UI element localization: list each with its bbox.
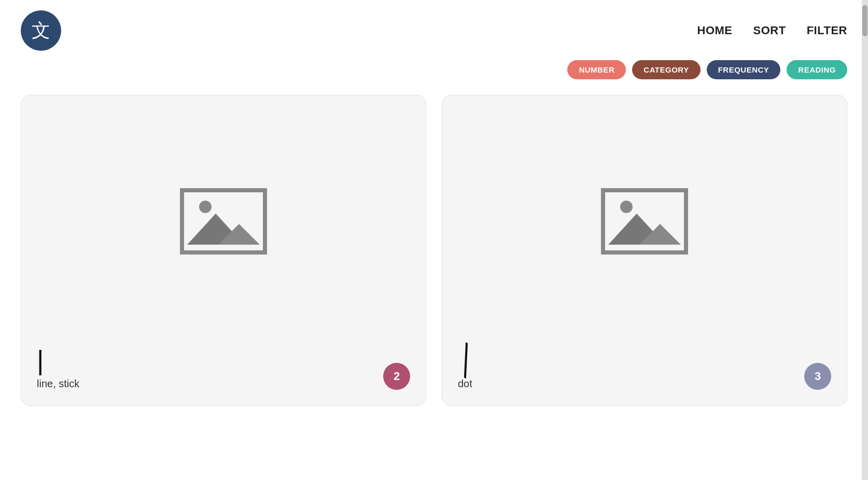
filter-reading-button[interactable]: READING <box>787 60 847 79</box>
filter-frequency-button[interactable]: FREQUENCY <box>707 60 781 79</box>
card-1-character: | <box>37 347 79 374</box>
filter-bar: NUMBER CATEGORY FREQUENCY READING <box>0 56 868 90</box>
card-2-number: 3 <box>815 370 821 383</box>
card-1-number: 2 <box>394 370 400 383</box>
svg-point-1 <box>199 201 212 213</box>
flashcard-1[interactable]: | line, stick 2 <box>21 95 426 406</box>
filter-nav-link[interactable]: FILTER <box>807 24 847 37</box>
scrollbar-track[interactable] <box>862 0 868 480</box>
card-1-image-area <box>37 111 410 331</box>
header: 文 HOME SORT FILTER <box>0 0 868 56</box>
card-1-text-section: | line, stick <box>37 347 79 390</box>
card-2-text-section: ╲ dot <box>458 347 474 390</box>
filter-number-button[interactable]: NUMBER <box>567 60 626 79</box>
card-1-image-placeholder <box>177 185 270 258</box>
card-2-image-area <box>458 111 831 331</box>
card-2-character: ╲ <box>452 345 480 376</box>
logo-button[interactable]: 文 <box>21 10 61 51</box>
scrollbar-thumb[interactable] <box>862 5 867 36</box>
home-nav-link[interactable]: HOME <box>697 24 733 37</box>
logo-symbol: 文 <box>32 18 50 44</box>
card-1-bottom: | line, stick 2 <box>37 342 410 390</box>
flashcard-2[interactable]: ╲ dot 3 <box>442 95 847 406</box>
card-1-meaning: line, stick <box>37 378 79 390</box>
card-2-meaning: dot <box>458 378 474 390</box>
card-2-badge: 3 <box>804 363 831 390</box>
filter-category-button[interactable]: CATEGORY <box>632 60 700 79</box>
sort-nav-link[interactable]: SORT <box>753 24 786 37</box>
svg-point-5 <box>620 201 633 213</box>
card-2-image-placeholder <box>598 185 691 258</box>
card-2-bottom: ╲ dot 3 <box>458 342 831 390</box>
cards-container: | line, stick 2 <box>0 90 868 427</box>
nav-links: HOME SORT FILTER <box>697 24 847 37</box>
card-1-badge: 2 <box>383 363 410 390</box>
